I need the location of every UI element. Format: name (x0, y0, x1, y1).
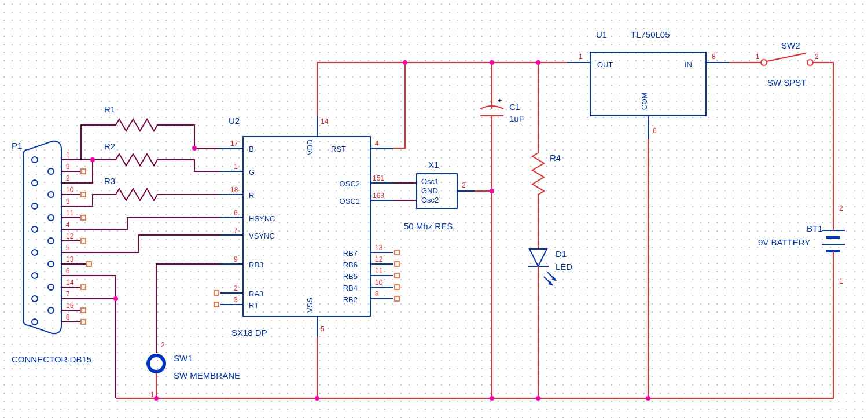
svg-text:2: 2 (815, 53, 819, 61)
svg-point-177 (113, 296, 118, 301)
svg-text:R1: R1 (104, 104, 115, 114)
svg-text:SW1: SW1 (174, 353, 193, 363)
power-wires (116, 63, 833, 398)
svg-text:6: 6 (66, 267, 70, 275)
resistor-R4: R4 (532, 139, 561, 208)
svg-point-179 (192, 146, 197, 151)
svg-text:RB4: RB4 (343, 284, 358, 292)
svg-rect-41 (81, 308, 86, 313)
svg-rect-37 (81, 239, 86, 243)
svg-text:18: 18 (230, 186, 238, 194)
svg-point-1 (48, 168, 54, 174)
svg-text:9: 9 (66, 163, 70, 171)
svg-text:GND: GND (421, 186, 438, 195)
svg-rect-31 (81, 169, 86, 174)
svg-text:R3: R3 (104, 176, 115, 186)
svg-text:Osc1: Osc1 (421, 177, 439, 186)
resistor-R2: R2 (102, 141, 171, 166)
svg-text:12: 12 (66, 232, 74, 240)
svg-text:RB6: RB6 (343, 261, 358, 269)
switch-SW1: SW1 SW MEMBRANE 2 1 (148, 341, 240, 399)
svg-text:7: 7 (234, 226, 238, 234)
svg-point-8 (32, 250, 38, 255)
svg-point-6 (32, 226, 38, 232)
svg-point-174 (646, 396, 650, 401)
svg-text:1: 1 (579, 53, 583, 61)
svg-point-168 (403, 60, 407, 65)
svg-text:1uF: 1uF (509, 113, 524, 123)
svg-text:OSC1: OSC1 (340, 197, 360, 206)
svg-text:SW SPST: SW SPST (767, 78, 807, 87)
svg-rect-103 (395, 250, 399, 255)
svg-text:RB7: RB7 (343, 249, 358, 258)
svg-rect-43 (81, 320, 86, 324)
svg-text:17: 17 (230, 140, 238, 148)
svg-text:8: 8 (712, 53, 716, 61)
svg-text:3: 3 (66, 197, 70, 206)
svg-text:VSYNC: VSYNC (249, 232, 275, 240)
svg-text:12: 12 (375, 255, 383, 263)
svg-text:4: 4 (375, 140, 379, 148)
svg-text:1: 1 (66, 151, 70, 159)
svg-point-11 (48, 284, 54, 290)
svg-text:IN: IN (685, 60, 692, 69)
svg-text:VSS: VSS (306, 298, 314, 313)
svg-point-170 (536, 60, 540, 65)
svg-text:9: 9 (234, 255, 238, 263)
svg-text:G: G (249, 168, 255, 177)
ref-P1: P1 (12, 141, 22, 151)
regulator-U1: U1 TL750L05 OUT IN COM 1 8 6 (567, 30, 729, 139)
svg-point-152 (761, 60, 767, 65)
svg-text:7: 7 (66, 290, 70, 298)
battery-BT1: BT1 9V BATTERY 2 1 (758, 162, 845, 324)
schematic-canvas: { "components": { "P1": {"ref":"P1","nam… (0, 0, 868, 418)
svg-text:OUT: OUT (597, 60, 613, 69)
svg-text:VDD: VDD (306, 140, 314, 155)
svg-text:4: 4 (66, 221, 70, 229)
svg-rect-104 (395, 262, 399, 266)
svg-text:R: R (249, 191, 254, 200)
svg-text:B: B (249, 145, 254, 153)
svg-point-4 (32, 203, 38, 209)
svg-text:HSYNC: HSYNC (249, 214, 275, 223)
svg-rect-39 (81, 285, 86, 289)
svg-text:RB3: RB3 (249, 261, 263, 269)
schematic-svg: P1 1 9 2 10 3 11 4 12 5 13 6 14 7 15 8 C… (0, 0, 868, 418)
led-D1: D1 LED (528, 208, 572, 398)
svg-rect-33 (81, 192, 86, 197)
svg-text:5: 5 (66, 244, 70, 252)
svg-point-14 (32, 319, 38, 325)
svg-point-5 (48, 215, 54, 221)
svg-rect-107 (395, 296, 399, 301)
svg-text:1: 1 (234, 163, 238, 171)
svg-text:+: + (498, 96, 502, 105)
svg-point-176 (154, 396, 159, 401)
svg-text:11: 11 (375, 267, 383, 275)
svg-text:OSC2: OSC2 (340, 179, 360, 188)
svg-text:RA3: RA3 (249, 289, 263, 298)
svg-rect-105 (395, 273, 399, 278)
svg-text:BT1: BT1 (807, 223, 823, 233)
svg-text:2: 2 (839, 204, 843, 212)
svg-point-145 (153, 361, 159, 366)
svg-text:11: 11 (66, 209, 74, 217)
svg-text:10: 10 (66, 186, 74, 194)
svg-text:RB5: RB5 (343, 272, 358, 281)
svg-text:1: 1 (839, 277, 843, 285)
svg-text:U2: U2 (229, 116, 240, 126)
svg-text:1: 1 (150, 391, 155, 399)
svg-text:RST: RST (331, 145, 346, 153)
svg-text:R4: R4 (550, 153, 561, 163)
svg-text:X1: X1 (428, 160, 439, 170)
svg-text:SW2: SW2 (781, 41, 800, 50)
resistor-R1: R1 (102, 104, 171, 131)
switch-SW2: SW2 SW SPST 1 2 (756, 41, 819, 87)
svg-point-178 (90, 157, 95, 162)
svg-text:U1: U1 (596, 30, 607, 39)
svg-text:C1: C1 (509, 102, 520, 112)
resonator-X1: X1 Osc1 GND Osc2 50 Mhz RES. 2 (404, 160, 475, 231)
svg-text:6: 6 (653, 127, 657, 135)
svg-text:SW MEMBRANE: SW MEMBRANE (174, 371, 240, 380)
svg-text:2: 2 (66, 174, 70, 182)
svg-text:9V BATTERY: 9V BATTERY (758, 237, 810, 247)
